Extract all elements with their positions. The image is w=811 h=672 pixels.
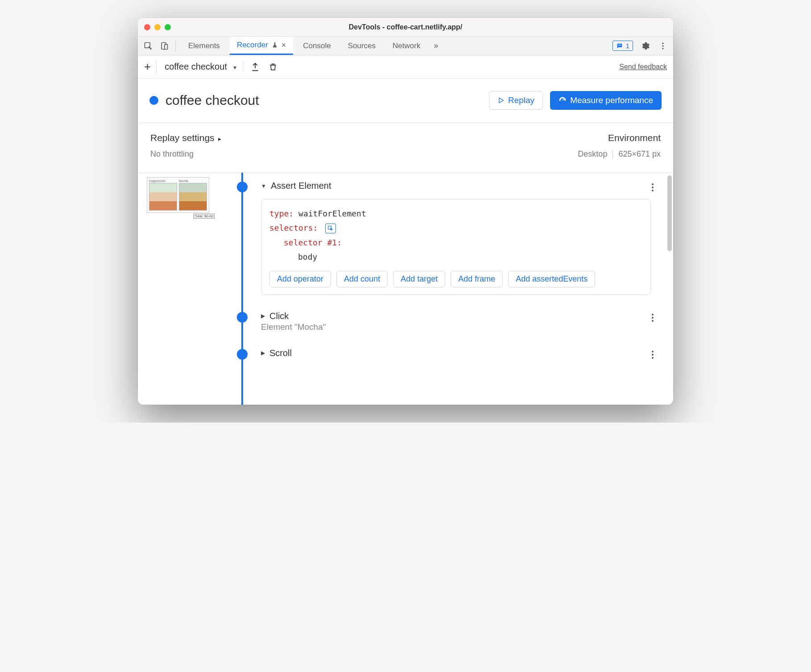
timeline-node [237, 182, 248, 192]
devtools-window: DevTools - coffee-cart.netlify.app/ Elem… [138, 18, 673, 405]
maximize-window-button[interactable] [165, 24, 171, 30]
chat-icon [616, 42, 623, 50]
export-icon[interactable] [249, 61, 261, 73]
svg-point-4 [662, 42, 663, 44]
kebab-menu-icon[interactable] [657, 40, 669, 52]
environment-heading: Environment [578, 133, 661, 143]
tab-network[interactable]: Network [385, 37, 427, 55]
throttling-value: No throttling [150, 149, 221, 159]
svg-point-5 [662, 45, 663, 46]
recording-header: coffee checkout Replay Measure performan… [138, 79, 673, 123]
add-target-button[interactable]: Add target [393, 271, 445, 287]
svg-rect-2 [165, 44, 168, 49]
gauge-icon [559, 96, 567, 104]
svg-rect-3 [618, 45, 621, 45]
thumbnail-column: Cappuccino Mocha Total: $0.00 [138, 173, 218, 405]
triangle-right-icon: ▶ [261, 350, 265, 356]
recording-status-dot [149, 96, 158, 105]
key-type: type [269, 209, 289, 218]
tab-elements[interactable]: Elements [181, 37, 227, 55]
val-type: waitForElement [298, 209, 366, 218]
close-tab-icon[interactable]: × [281, 41, 286, 50]
settings-gear-icon[interactable] [639, 40, 651, 52]
recording-content: Cappuccino Mocha Total: $0.00 ▼ [138, 173, 673, 405]
flask-icon [272, 42, 278, 48]
val-selector1: body [298, 252, 317, 261]
timeline-column: ▼ Assert Element type: waitForElement se… [218, 173, 673, 405]
thumbnail-total: Total: $0.00 [194, 214, 215, 219]
step-click: ▶ Click Element "Mocha" [218, 303, 660, 340]
add-frame-button[interactable]: Add frame [451, 271, 503, 287]
step-assert-element: ▼ Assert Element type: waitForElement se… [218, 173, 660, 303]
play-icon [497, 97, 505, 104]
tab-recorder[interactable]: Recorder × [230, 37, 293, 55]
recording-name: coffee checkout [165, 62, 227, 72]
issues-badge[interactable]: 1 [612, 41, 633, 51]
add-operator-button[interactable]: Add operator [269, 271, 331, 287]
measure-performance-button[interactable]: Measure performance [550, 91, 662, 110]
timeline-node [237, 312, 248, 323]
scrollbar[interactable] [667, 175, 672, 251]
devtools-tabbar: Elements Recorder × Console Sources Netw… [138, 37, 673, 55]
replay-settings-toggle[interactable]: Replay settings [150, 133, 221, 143]
add-asserted-events-button[interactable]: Add assertedEvents [508, 271, 595, 287]
titlebar: DevTools - coffee-cart.netlify.app/ [138, 18, 673, 37]
element-picker-icon[interactable] [325, 224, 336, 233]
close-window-button[interactable] [144, 24, 150, 30]
step-click-subtitle: Element "Mocha" [261, 322, 660, 332]
step-more-menu[interactable] [649, 311, 656, 324]
more-tabs-icon[interactable]: » [430, 40, 442, 52]
device-toggle-icon[interactable] [158, 40, 170, 52]
step-scroll: ▶ Scroll [218, 340, 660, 358]
minimize-window-button[interactable] [154, 24, 161, 30]
svg-point-6 [662, 48, 663, 49]
key-selectors: selectors [269, 223, 313, 232]
delete-icon[interactable] [267, 61, 279, 73]
key-selector1: selector #1 [284, 238, 337, 247]
step-more-menu[interactable] [649, 181, 656, 194]
replay-button[interactable]: Replay [489, 91, 543, 110]
environment-size: 625×671 px [618, 149, 661, 159]
add-count-button[interactable]: Add count [336, 271, 388, 287]
recorder-toolbar: + coffee checkout Send feedback [138, 55, 673, 79]
inspect-element-icon[interactable] [142, 40, 154, 52]
new-recording-button[interactable]: + [144, 60, 157, 74]
step-header-scroll[interactable]: ▶ Scroll [261, 348, 660, 358]
environment-device: Desktop [578, 149, 607, 159]
timeline-node [237, 349, 248, 360]
step-header-assert[interactable]: ▼ Assert Element [261, 181, 660, 191]
triangle-down-icon: ▼ [261, 183, 266, 189]
tab-console[interactable]: Console [296, 37, 338, 55]
page-thumbnail[interactable]: Cappuccino Mocha [147, 177, 209, 213]
triangle-right-icon: ▶ [261, 313, 265, 319]
window-title: DevTools - coffee-cart.netlify.app/ [138, 23, 673, 31]
window-controls [144, 24, 171, 30]
settings-row: Replay settings No throttling Environmen… [138, 123, 673, 173]
recording-selector[interactable]: coffee checkout [165, 62, 243, 72]
caret-right-icon [218, 133, 221, 143]
recording-title: coffee checkout [166, 93, 259, 108]
step-more-menu[interactable] [649, 348, 656, 361]
chevron-down-icon [233, 62, 236, 72]
step-header-click[interactable]: ▶ Click [261, 311, 660, 321]
step-details-panel: type: waitForElement selectors: selector… [261, 199, 651, 295]
send-feedback-link[interactable]: Send feedback [619, 63, 667, 71]
tab-sources[interactable]: Sources [341, 37, 383, 55]
